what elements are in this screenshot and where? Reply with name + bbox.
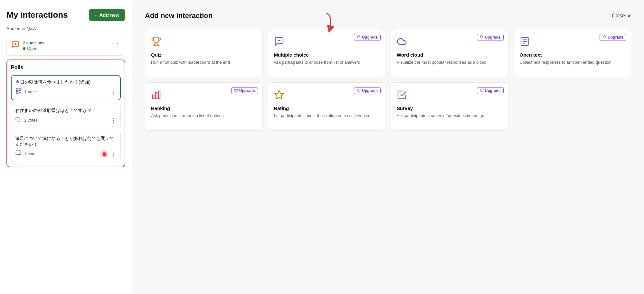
ranking-desc: Ask participants to rank a list of optio… — [151, 113, 223, 119]
svg-rect-14 — [155, 92, 157, 99]
interaction-card-open-text[interactable]: Upgrade Open text Collect text responses… — [514, 29, 631, 77]
poll-icon-1 — [15, 88, 22, 96]
add-new-button[interactable]: + Add new — [89, 9, 125, 21]
close-x-icon: ✕ — [627, 13, 631, 19]
qa-more-button[interactable]: ⋮ — [115, 42, 120, 49]
quiz-desc: Run a fun quiz with leaderboard at the e… — [151, 60, 230, 65]
multiple-choice-desc: Ask participants to choose from list of … — [274, 60, 360, 65]
poll-footer-2: 2 votes ⋮ — [15, 116, 117, 124]
qa-count: 2 questions — [23, 41, 111, 45]
poll-1-more-button[interactable]: ⋮ — [110, 88, 116, 96]
svg-rect-3 — [19, 89, 21, 91]
poll-footer-1: 1 vote ⋮ — [15, 88, 116, 96]
poll-icon-3 — [15, 150, 22, 158]
qa-icon — [11, 41, 20, 51]
poll-2-more-button[interactable]: ⋮ — [111, 117, 117, 124]
upgrade-badge-ranking[interactable]: Upgrade — [231, 87, 258, 94]
word-cloud-name: Word cloud — [397, 52, 423, 58]
panel-header: Add new interaction Close ✕ — [145, 12, 631, 20]
ranking-name: Ranking — [151, 106, 170, 111]
upgrade-label: Upgrade — [362, 35, 378, 40]
interaction-card-ranking[interactable]: Upgrade Ranking Ask participants to rank… — [145, 82, 263, 131]
poll-votes-2: 2 votes — [24, 118, 108, 123]
poll-votes-1: 1 vote — [24, 89, 108, 94]
qa-card[interactable]: 2 questions Open ⋮ — [6, 36, 125, 56]
poll-card-2[interactable]: お住まいの都道府県ははどこですか？ 2 votes ⋮ — [11, 104, 121, 128]
word-cloud-desc: Visualize the most popular responses as … — [397, 60, 487, 65]
upgrade-badge-open-text[interactable]: Upgrade — [600, 34, 626, 41]
interaction-card-multiple-choice[interactable]: Upgrade Multiple choice Ask participants… — [268, 29, 386, 77]
interaction-card-word-cloud[interactable]: Upgrade Word cloud Visualize the most po… — [391, 29, 508, 77]
svg-rect-4 — [16, 92, 18, 94]
panel-title: Add new interaction — [145, 12, 213, 20]
plus-icon: + — [95, 12, 98, 18]
interaction-card-quiz[interactable]: Quiz Run a fun quiz with leaderboard at … — [145, 29, 263, 77]
ranking-icon — [151, 90, 161, 102]
sidebar: My interactions + Add new Audience Q&A 2… — [0, 0, 132, 294]
upgrade-badge-rating[interactable]: Upgrade — [354, 87, 381, 94]
rating-name: Rating — [274, 106, 289, 111]
qa-status-label: Open — [27, 46, 37, 51]
stop-button[interactable] — [100, 150, 108, 158]
polls-label: Polls — [11, 65, 121, 70]
poll-title-2: お住まいの都道府県ははどこですか？ — [15, 108, 117, 114]
svg-rect-2 — [16, 89, 18, 91]
open-text-icon — [520, 36, 530, 49]
quiz-icon — [151, 36, 161, 49]
audience-qa-label: Audience Q&A — [6, 26, 125, 31]
sidebar-header: My interactions + Add new — [6, 9, 125, 21]
close-button[interactable]: Close ✕ — [612, 13, 631, 19]
svg-rect-15 — [158, 91, 160, 99]
svg-rect-13 — [152, 95, 154, 99]
poll-footer-3: 1 vote ⋮ — [15, 150, 117, 158]
quiz-name: Quiz — [151, 52, 162, 58]
sidebar-title: My interactions — [6, 10, 68, 20]
upgrade-label-r: Upgrade — [239, 88, 255, 93]
multiple-choice-name: Multiple choice — [274, 52, 309, 58]
upgrade-label-ra: Upgrade — [362, 88, 378, 93]
word-cloud-icon — [397, 36, 407, 49]
survey-name: Survey — [397, 106, 413, 111]
interaction-card-rating[interactable]: Upgrade Rating Let participants submit t… — [268, 82, 386, 131]
qa-card-info: 2 questions Open — [23, 41, 111, 51]
multiple-choice-icon — [274, 36, 284, 49]
main-panel: Add new interaction Close ✕ Quiz Run a f… — [132, 0, 644, 294]
interaction-grid: Quiz Run a fun quiz with leaderboard at … — [145, 29, 631, 131]
poll-title-3: 遠足について気になることがあれば何でも聞いてください！ — [15, 136, 117, 147]
polls-section: Polls 今日の朝は何を食べましたか？(追加) 1 vote ⋮ お住まいの都… — [6, 60, 125, 167]
status-dot — [23, 47, 25, 50]
upgrade-badge-word-cloud[interactable]: Upgrade — [477, 34, 504, 41]
poll-card-3[interactable]: 遠足について気になることがあれば何でも聞いてください！ 1 vote ⋮ — [11, 132, 121, 162]
svg-rect-7 — [103, 152, 106, 156]
survey-desc: Ask participants a series of questions i… — [397, 113, 484, 119]
upgrade-label-s: Upgrade — [485, 88, 501, 93]
upgrade-badge-multiple-choice[interactable]: Upgrade — [354, 34, 381, 41]
poll-title-1: 今日の朝は何を食べましたか？(追加) — [15, 79, 116, 85]
poll-icon-2 — [15, 116, 22, 124]
rating-icon — [274, 90, 284, 102]
close-label: Close — [612, 13, 625, 19]
add-new-label: Add new — [99, 12, 120, 18]
upgrade-badge-survey[interactable]: Upgrade — [477, 87, 504, 94]
rating-desc: Let participants submit their rating on … — [274, 113, 372, 119]
poll-3-more-button[interactable]: ⋮ — [111, 151, 117, 158]
upgrade-label-wc: Upgrade — [485, 35, 501, 40]
upgrade-label-ot: Upgrade — [608, 35, 623, 40]
qa-status: Open — [23, 46, 111, 51]
open-text-desc: Collect text responses to an open ended … — [520, 60, 611, 65]
open-text-name: Open text — [520, 52, 542, 58]
survey-icon — [397, 90, 407, 102]
poll-votes-3: 1 vote — [24, 152, 98, 156]
poll-card-1[interactable]: 今日の朝は何を食べましたか？(追加) 1 vote ⋮ — [11, 75, 121, 100]
svg-marker-16 — [275, 91, 283, 99]
interaction-card-survey[interactable]: Upgrade Survey Ask participants a series… — [391, 82, 508, 131]
